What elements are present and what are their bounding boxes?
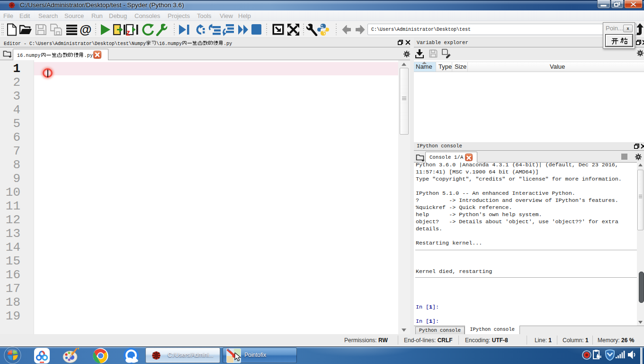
svg-text:z: z <box>126 28 130 36</box>
svg-text:@: @ <box>80 24 91 36</box>
